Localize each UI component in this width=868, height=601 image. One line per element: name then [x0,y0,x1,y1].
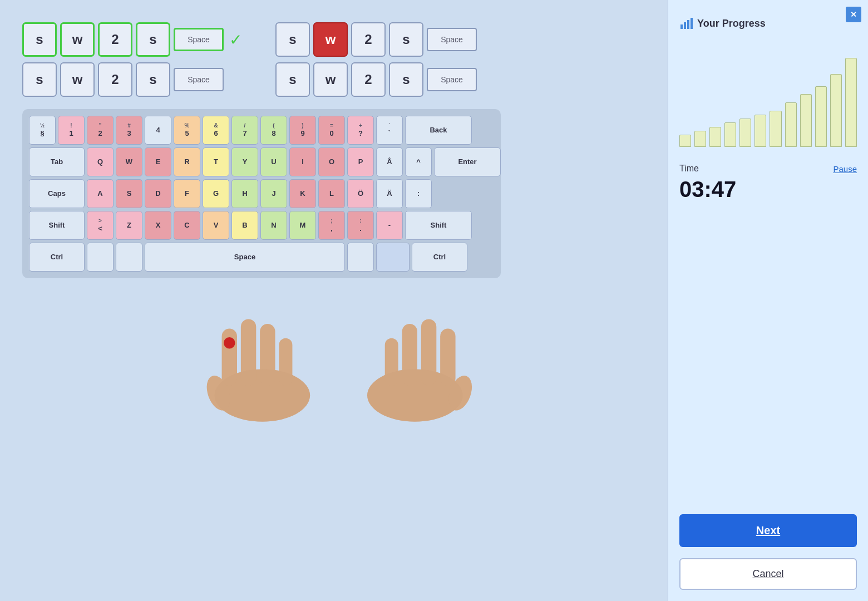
kb-key-comma[interactable]: ;, [318,211,345,240]
kb-key-z[interactable]: Z [116,211,142,240]
svg-point-14 [367,369,462,421]
chart-bar-2 [709,127,721,147]
kb-key-caret[interactable]: ^ [405,147,432,176]
progress-header: Your Progress [679,17,857,30]
kb-key-i[interactable]: I [289,147,316,176]
kb-row-qwerty: Tab Q W E R T Y U I O P Å ^ Enter [29,147,494,176]
kb-key-o[interactable]: O [318,147,345,176]
exercise-section: s w 2 s Space ✓ s w 2 s Space [22,22,645,430]
kb-row-numbers: ½§ !1 "2 #3 4 %5 &6 /7 (8 )9 =0 +? ´` Ba… [29,116,494,145]
key-w2: w [60,62,95,97]
kb-key-period[interactable]: :. [347,211,374,240]
kb-key-b[interactable]: B [231,211,258,240]
kb-key-5[interactable]: %5 [174,116,200,145]
kb-key-s[interactable]: S [116,179,142,208]
time-label: Time [679,164,699,174]
kb-key-t[interactable]: T [203,147,229,176]
key-w-active: w [313,22,348,57]
completed-row: s w 2 s Space ✓ [22,22,242,57]
time-header: Time Pause [679,164,857,174]
kb-row-zxcv: Shift >< Z X C V B N M ;, :. - Shift [29,211,494,240]
kb-key-f[interactable]: F [174,179,200,208]
key-s4: s [136,62,170,97]
kb-key-x[interactable]: X [145,211,171,240]
kb-key-e[interactable]: E [145,147,171,176]
kb-key-blank3 [347,243,374,272]
kb-key-7[interactable]: /7 [231,116,258,145]
kb-key-blank4 [376,243,410,272]
main-area: s w 2 s Space ✓ s w 2 s Space [0,0,668,601]
chart-bar-4 [739,119,751,147]
kb-key-l[interactable]: L [318,179,345,208]
kb-key-n[interactable]: N [260,211,287,240]
chart-bar-1 [694,131,706,147]
keyboard-section: ½§ !1 "2 #3 4 %5 &6 /7 (8 )9 =0 +? ´` Ba… [22,109,645,278]
kb-key-d[interactable]: D [145,179,171,208]
checkmark-icon: ✓ [229,31,242,49]
chart-bar-7 [785,102,797,147]
hands-illustration [167,285,501,430]
space-box-completed: Space [174,28,224,51]
chart-bar-11 [845,58,857,147]
kb-key-backtick[interactable]: ´` [376,116,403,145]
kb-key-plus[interactable]: +? [347,116,374,145]
kb-key-m[interactable]: M [289,211,316,240]
kb-key-a[interactable]: A [87,179,114,208]
kb-key-j[interactable]: J [260,179,287,208]
kb-key-enter[interactable]: Enter [434,147,501,176]
key-2-4: 2 [351,62,386,97]
sidebar: ✕ Your Progress Time Pause 03:47 Next Ca… [668,0,868,601]
kb-key-quote[interactable]: : [405,179,432,208]
kb-key-g[interactable]: G [203,179,229,208]
kb-key-v[interactable]: V [203,211,229,240]
kb-key-ltgt[interactable]: >< [87,211,114,240]
kb-key-y[interactable]: Y [231,147,258,176]
kb-key-p[interactable]: P [347,147,374,176]
close-button[interactable]: ✕ [846,7,861,22]
kb-key-space[interactable]: Space [145,243,345,272]
kb-key-2[interactable]: "2 [87,116,114,145]
kb-key-3[interactable]: #3 [116,116,142,145]
kb-key-aa[interactable]: Å [376,147,403,176]
kb-key-9[interactable]: )9 [289,116,316,145]
kb-key-h[interactable]: H [231,179,258,208]
kb-key-q[interactable]: Q [87,147,114,176]
key-s2: s [136,22,170,57]
kb-key-caps[interactable]: Caps [29,179,85,208]
kb-row-asdf: Caps A S D F G H J K L Ö Ä : [29,179,494,208]
next-button[interactable]: Next [679,514,857,547]
kb-key-c[interactable]: C [174,211,200,240]
kb-key-4[interactable]: 4 [145,116,171,145]
kb-key-0[interactable]: =0 [318,116,345,145]
chart-bar-0 [679,135,691,147]
kb-key-dash[interactable]: - [376,211,403,240]
next-row: s w 2 s Space [275,62,477,97]
kb-key-ctrl-right[interactable]: Ctrl [412,243,467,272]
kb-key-blank1 [87,243,114,272]
chart-bar-8 [800,94,812,147]
kb-key-u[interactable]: U [260,147,287,176]
kb-key-ae[interactable]: Ä [376,179,403,208]
kb-key-half[interactable]: ½§ [29,116,56,145]
cancel-button[interactable]: Cancel [679,558,857,590]
kb-key-back[interactable]: Back [405,116,472,145]
kb-key-r[interactable]: R [174,147,200,176]
active-row: s w 2 s Space [275,22,477,57]
kb-key-shift-right[interactable]: Shift [405,211,472,240]
kb-key-8[interactable]: (8 [260,116,287,145]
kb-key-k[interactable]: K [289,179,316,208]
key-s7: s [275,62,310,97]
chart-bar-5 [754,115,766,147]
key-s1: s [22,22,57,57]
kb-key-w[interactable]: W [116,147,142,176]
kb-key-oe[interactable]: Ö [347,179,374,208]
kb-key-shift-left[interactable]: Shift [29,211,85,240]
kb-key-6[interactable]: &6 [203,116,229,145]
kb-key-tab[interactable]: Tab [29,147,85,176]
pause-link[interactable]: Pause [833,164,857,174]
svg-rect-15 [680,24,683,29]
chart-bar-3 [724,122,736,147]
kb-key-ctrl-left[interactable]: Ctrl [29,243,85,272]
key-s8: s [389,62,423,97]
kb-key-1[interactable]: !1 [58,116,85,145]
